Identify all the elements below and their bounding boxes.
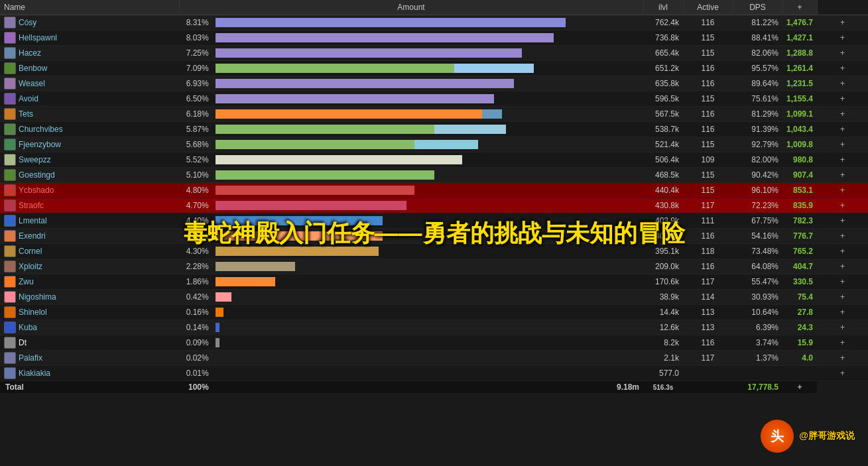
player-name[interactable]: Xploitz [19,262,42,271]
dps-value: 765.2 [782,244,817,259]
bar-cell [213,335,643,351]
pct-cell: 0.14% [179,320,213,335]
dps-value: 404.7 [782,259,817,274]
dps-value: 24.3 [782,320,817,335]
plus-button[interactable]: + [817,274,868,290]
plus-button[interactable]: + [817,290,868,305]
player-name[interactable]: Benbow [19,64,47,73]
footer-plus[interactable]: + [782,381,817,394]
player-name[interactable]: Hacez [19,48,41,58]
dps-value [782,366,817,381]
player-name[interactable]: Sweepzz [19,155,51,164]
player-name[interactable]: Shinelol [19,308,47,317]
plus-button[interactable]: + [817,244,868,259]
player-name[interactable]: Ycbshado [19,186,54,195]
avatar [4,47,16,59]
bar-cell [213,76,643,91]
player-name[interactable]: Cósy [19,18,36,27]
pct-cell: 5.52% [179,152,213,168]
plus-button[interactable]: + [817,335,868,351]
player-name[interactable]: Dt [19,338,27,347]
player-name[interactable]: Kuba [19,323,37,332]
active-value [733,366,782,381]
plus-button[interactable]: + [817,91,868,107]
plus-button[interactable]: + [817,259,868,274]
plus-button[interactable]: + [817,15,868,30]
bar-cell [213,46,643,61]
plus-button[interactable]: + [817,137,868,152]
bar-segment-primary [216,79,514,88]
bar-segment-primary [216,262,295,271]
bar-cell [213,198,643,213]
pct-cell: 4.37% [179,229,213,244]
plus-button[interactable]: + [817,305,868,320]
plus-button[interactable]: + [817,198,868,213]
name-cell: Palafix [0,351,179,366]
plus-button[interactable]: + [817,76,868,91]
player-name[interactable]: Exendri [19,231,46,241]
plus-button[interactable]: + [817,30,868,46]
plus-button[interactable]: + [817,122,868,137]
active-value: 96.10% [733,183,782,198]
player-name[interactable]: Palafix [19,353,42,363]
plus-button[interactable]: + [817,61,868,76]
plus-button[interactable]: + [817,320,868,335]
player-name[interactable]: Churchvibes [19,125,63,134]
name-cell: Dt [0,335,179,351]
ilvl-value: 117 [683,198,733,213]
col-plus[interactable]: + [782,0,817,15]
avatar [4,306,16,318]
player-name[interactable]: Fjeenzybow [19,140,61,149]
player-name[interactable]: Avoid [19,94,38,103]
table-row: Benbow7.09%651.2k11695.57%1,261.4+ [0,61,868,76]
name-cell: Xploitz [0,259,179,274]
player-name[interactable]: Nigoshima [19,292,56,302]
bar-segment-secondary [482,109,502,119]
name-cell: Tets [0,107,179,122]
amount-value: 567.5k [643,107,683,122]
player-name[interactable]: Zwu [19,277,34,286]
player-name[interactable]: Kiakiakia [19,369,50,378]
plus-button[interactable]: + [817,152,868,168]
avatar [4,184,16,196]
amount-value: 538.7k [643,122,683,137]
player-name[interactable]: Goestingd [19,170,55,180]
player-name[interactable]: Tets [19,109,33,119]
dps-value: 1,099.1 [782,107,817,122]
plus-button[interactable]: + [817,351,868,366]
amount-value: 12.6k [643,320,683,335]
amount-value: 401.0k [643,229,683,244]
player-name[interactable]: Straofc [19,201,44,210]
ilvl-value: 114 [683,290,733,305]
name-cell: Benbow [0,61,179,76]
plus-button[interactable]: + [817,213,868,229]
ilvl-value: 113 [683,320,733,335]
player-name[interactable]: Cornel [19,247,42,256]
active-value: 10.64% [733,305,782,320]
player-name[interactable]: Lmental [19,216,47,225]
plus-button[interactable]: + [817,183,868,198]
name-cell: Lmental [0,213,179,229]
player-name[interactable]: Weasel [19,79,45,88]
table-row: Cósy8.31%762.4k11681.22%1,476.7+ [0,15,868,30]
avatar [4,337,16,349]
plus-button[interactable]: + [817,229,868,244]
plus-button[interactable]: + [817,107,868,122]
pct-cell: 6.50% [179,91,213,107]
avatar [4,93,16,105]
pct-cell: 1.86% [179,274,213,290]
name-cell: Straofc [0,198,179,213]
active-value: 55.47% [733,274,782,290]
ilvl-value: 115 [683,91,733,107]
plus-button[interactable]: + [817,168,868,183]
bar-cell [213,290,643,305]
dps-value: 1,043.4 [782,122,817,137]
name-cell: Shinelol [0,305,179,320]
bar-segment-primary [216,231,383,241]
player-name[interactable]: Hellspawnl [19,33,57,42]
avatar [4,245,16,257]
amount-value: 665.4k [643,46,683,61]
amount-value: 762.4k [643,15,683,30]
plus-button[interactable]: + [817,46,868,61]
plus-button[interactable]: + [817,366,868,381]
